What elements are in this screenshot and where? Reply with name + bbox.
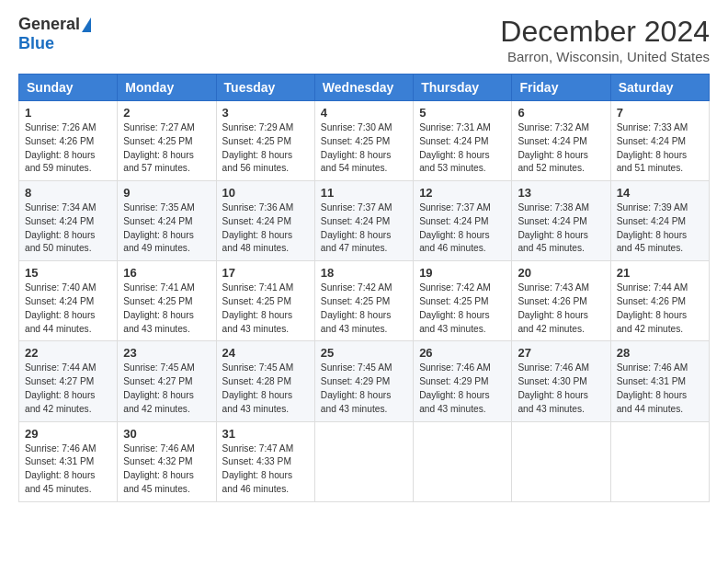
calendar-cell: 28 Sunrise: 7:46 AMSunset: 4:31 PMDaylig… bbox=[610, 341, 709, 421]
day-number: 8 bbox=[25, 186, 111, 200]
calendar-week-5: 29 Sunrise: 7:46 AMSunset: 4:31 PMDaylig… bbox=[19, 421, 710, 501]
day-info: Sunrise: 7:46 AMSunset: 4:32 PMDaylight:… bbox=[123, 443, 195, 494]
logo-general-text: General bbox=[18, 15, 80, 34]
calendar-cell: 26 Sunrise: 7:46 AMSunset: 4:29 PMDaylig… bbox=[414, 341, 512, 421]
day-number: 12 bbox=[419, 186, 506, 200]
day-info: Sunrise: 7:44 AMSunset: 4:26 PMDaylight:… bbox=[617, 282, 688, 333]
calendar-cell: 3 Sunrise: 7:29 AMSunset: 4:25 PMDayligh… bbox=[216, 101, 314, 181]
calendar-cell: 10 Sunrise: 7:36 AMSunset: 4:24 PMDaylig… bbox=[216, 181, 314, 261]
calendar-header-row: SundayMondayTuesdayWednesdayThursdayFrid… bbox=[19, 75, 710, 101]
day-number: 14 bbox=[617, 186, 703, 200]
calendar-cell bbox=[314, 421, 413, 501]
calendar-cell: 17 Sunrise: 7:41 AMSunset: 4:25 PMDaylig… bbox=[216, 261, 314, 341]
day-number: 28 bbox=[617, 346, 703, 360]
calendar-cell: 25 Sunrise: 7:45 AMSunset: 4:29 PMDaylig… bbox=[314, 341, 413, 421]
day-info: Sunrise: 7:37 AMSunset: 4:24 PMDaylight:… bbox=[419, 202, 491, 253]
day-info: Sunrise: 7:46 AMSunset: 4:31 PMDaylight:… bbox=[25, 443, 97, 494]
calendar-cell: 20 Sunrise: 7:43 AMSunset: 4:26 PMDaylig… bbox=[512, 261, 610, 341]
day-number: 7 bbox=[617, 106, 703, 120]
calendar-cell: 12 Sunrise: 7:37 AMSunset: 4:24 PMDaylig… bbox=[414, 181, 512, 261]
calendar-cell: 24 Sunrise: 7:45 AMSunset: 4:28 PMDaylig… bbox=[216, 341, 314, 421]
calendar-cell bbox=[512, 421, 610, 501]
calendar-cell: 19 Sunrise: 7:42 AMSunset: 4:25 PMDaylig… bbox=[414, 261, 512, 341]
column-header-thursday: Thursday bbox=[414, 75, 512, 101]
calendar-cell: 8 Sunrise: 7:34 AMSunset: 4:24 PMDayligh… bbox=[19, 181, 118, 261]
day-number: 18 bbox=[321, 266, 407, 280]
day-info: Sunrise: 7:40 AMSunset: 4:24 PMDaylight:… bbox=[25, 282, 97, 333]
calendar-cell: 23 Sunrise: 7:45 AMSunset: 4:27 PMDaylig… bbox=[118, 341, 216, 421]
column-header-monday: Monday bbox=[118, 75, 216, 101]
day-info: Sunrise: 7:43 AMSunset: 4:26 PMDaylight:… bbox=[518, 282, 589, 333]
calendar-cell: 5 Sunrise: 7:31 AMSunset: 4:24 PMDayligh… bbox=[414, 101, 512, 181]
calendar-cell: 6 Sunrise: 7:32 AMSunset: 4:24 PMDayligh… bbox=[512, 101, 610, 181]
day-info: Sunrise: 7:46 AMSunset: 4:31 PMDaylight:… bbox=[617, 362, 688, 413]
day-number: 27 bbox=[518, 346, 604, 360]
day-info: Sunrise: 7:27 AMSunset: 4:25 PMDaylight:… bbox=[123, 122, 195, 173]
calendar-cell: 9 Sunrise: 7:35 AMSunset: 4:24 PMDayligh… bbox=[118, 181, 216, 261]
calendar-cell bbox=[610, 421, 709, 501]
calendar-week-3: 15 Sunrise: 7:40 AMSunset: 4:24 PMDaylig… bbox=[19, 261, 710, 341]
day-info: Sunrise: 7:39 AMSunset: 4:24 PMDaylight:… bbox=[617, 202, 688, 253]
calendar-cell: 15 Sunrise: 7:40 AMSunset: 4:24 PMDaylig… bbox=[19, 261, 118, 341]
day-info: Sunrise: 7:41 AMSunset: 4:25 PMDaylight:… bbox=[222, 282, 294, 333]
day-info: Sunrise: 7:45 AMSunset: 4:27 PMDaylight:… bbox=[123, 362, 195, 413]
day-number: 2 bbox=[123, 106, 210, 120]
day-info: Sunrise: 7:29 AMSunset: 4:25 PMDaylight:… bbox=[222, 122, 294, 173]
day-number: 26 bbox=[419, 346, 506, 360]
day-number: 9 bbox=[123, 186, 210, 200]
day-info: Sunrise: 7:46 AMSunset: 4:29 PMDaylight:… bbox=[419, 362, 491, 413]
header: General Blue December 2024 Barron, Wisco… bbox=[18, 15, 710, 64]
day-number: 22 bbox=[25, 346, 111, 360]
day-info: Sunrise: 7:38 AMSunset: 4:24 PMDaylight:… bbox=[518, 202, 589, 253]
day-info: Sunrise: 7:30 AMSunset: 4:25 PMDaylight:… bbox=[321, 122, 392, 173]
day-number: 11 bbox=[321, 186, 407, 200]
logo-triangle-icon bbox=[82, 17, 91, 32]
logo: General Blue bbox=[18, 15, 91, 53]
day-info: Sunrise: 7:47 AMSunset: 4:33 PMDaylight:… bbox=[222, 443, 294, 494]
calendar-cell: 27 Sunrise: 7:46 AMSunset: 4:30 PMDaylig… bbox=[512, 341, 610, 421]
day-number: 31 bbox=[222, 427, 309, 441]
day-number: 5 bbox=[419, 106, 506, 120]
day-info: Sunrise: 7:45 AMSunset: 4:28 PMDaylight:… bbox=[222, 362, 294, 413]
column-header-friday: Friday bbox=[512, 75, 610, 101]
logo-blue-text: Blue bbox=[18, 34, 54, 53]
column-header-saturday: Saturday bbox=[610, 75, 709, 101]
day-number: 16 bbox=[123, 266, 210, 280]
calendar-cell: 31 Sunrise: 7:47 AMSunset: 4:33 PMDaylig… bbox=[216, 421, 314, 501]
day-info: Sunrise: 7:34 AMSunset: 4:24 PMDaylight:… bbox=[25, 202, 97, 253]
calendar-cell: 14 Sunrise: 7:39 AMSunset: 4:24 PMDaylig… bbox=[610, 181, 709, 261]
day-info: Sunrise: 7:44 AMSunset: 4:27 PMDaylight:… bbox=[25, 362, 97, 413]
day-number: 13 bbox=[518, 186, 604, 200]
calendar-cell: 1 Sunrise: 7:26 AMSunset: 4:26 PMDayligh… bbox=[19, 101, 118, 181]
day-number: 6 bbox=[518, 106, 604, 120]
day-number: 25 bbox=[321, 346, 407, 360]
day-info: Sunrise: 7:33 AMSunset: 4:24 PMDaylight:… bbox=[617, 122, 688, 173]
calendar-week-4: 22 Sunrise: 7:44 AMSunset: 4:27 PMDaylig… bbox=[19, 341, 710, 421]
day-number: 30 bbox=[123, 427, 210, 441]
column-header-tuesday: Tuesday bbox=[216, 75, 314, 101]
day-info: Sunrise: 7:32 AMSunset: 4:24 PMDaylight:… bbox=[518, 122, 589, 173]
day-info: Sunrise: 7:46 AMSunset: 4:30 PMDaylight:… bbox=[518, 362, 589, 413]
calendar-cell: 4 Sunrise: 7:30 AMSunset: 4:25 PMDayligh… bbox=[314, 101, 413, 181]
day-number: 19 bbox=[419, 266, 506, 280]
day-number: 1 bbox=[25, 106, 111, 120]
day-info: Sunrise: 7:37 AMSunset: 4:24 PMDaylight:… bbox=[321, 202, 392, 253]
day-number: 15 bbox=[25, 266, 111, 280]
calendar-cell: 11 Sunrise: 7:37 AMSunset: 4:24 PMDaylig… bbox=[314, 181, 413, 261]
calendar-cell: 29 Sunrise: 7:46 AMSunset: 4:31 PMDaylig… bbox=[19, 421, 118, 501]
column-header-sunday: Sunday bbox=[19, 75, 118, 101]
page-subtitle: Barron, Wisconsin, United States bbox=[500, 49, 710, 64]
day-number: 4 bbox=[321, 106, 407, 120]
day-info: Sunrise: 7:41 AMSunset: 4:25 PMDaylight:… bbox=[123, 282, 195, 333]
day-info: Sunrise: 7:36 AMSunset: 4:24 PMDaylight:… bbox=[222, 202, 294, 253]
calendar-cell: 2 Sunrise: 7:27 AMSunset: 4:25 PMDayligh… bbox=[118, 101, 216, 181]
day-number: 17 bbox=[222, 266, 309, 280]
calendar-cell: 16 Sunrise: 7:41 AMSunset: 4:25 PMDaylig… bbox=[118, 261, 216, 341]
calendar-week-1: 1 Sunrise: 7:26 AMSunset: 4:26 PMDayligh… bbox=[19, 101, 710, 181]
calendar-cell: 18 Sunrise: 7:42 AMSunset: 4:25 PMDaylig… bbox=[314, 261, 413, 341]
day-info: Sunrise: 7:42 AMSunset: 4:25 PMDaylight:… bbox=[321, 282, 392, 333]
title-area: December 2024 Barron, Wisconsin, United … bbox=[500, 15, 710, 64]
day-number: 10 bbox=[222, 186, 309, 200]
day-info: Sunrise: 7:35 AMSunset: 4:24 PMDaylight:… bbox=[123, 202, 195, 253]
day-number: 29 bbox=[25, 427, 111, 441]
